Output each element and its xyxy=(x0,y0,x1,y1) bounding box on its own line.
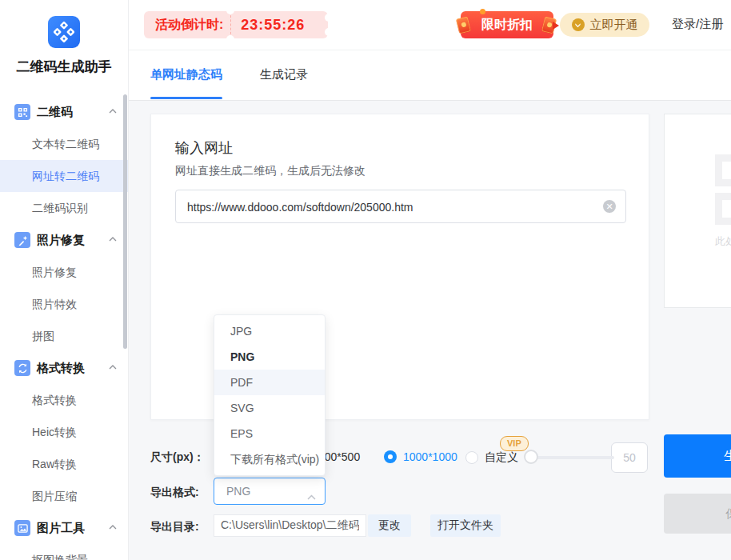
sidebar: 二维码生成助手 二维码文本转二维码网址转二维码二维码识别照片修复照片修复照片特效… xyxy=(0,0,129,560)
qr-preview-card: 此处 xyxy=(664,114,731,308)
sidebar-group-label: 照片修复 xyxy=(37,233,85,248)
url-input[interactable] xyxy=(186,190,597,224)
sidebar-group-label: 图片工具 xyxy=(37,521,85,536)
dropdown-option[interactable]: JPG xyxy=(214,318,325,344)
size-radio[interactable]: 1000*1000 xyxy=(384,450,457,463)
photo-repair-icon xyxy=(14,232,30,248)
sidebar-group-header[interactable]: 二维码 xyxy=(0,96,128,128)
arrow-right-icon xyxy=(553,22,559,30)
chevron-up-icon[interactable] xyxy=(109,523,117,531)
size-row-label: 尺寸(px)： xyxy=(150,450,205,465)
login-register-link[interactable]: 登录/注册 xyxy=(672,17,723,32)
ticket-notch xyxy=(226,35,234,43)
radio-label: 1000*1000 xyxy=(403,450,457,463)
dropdown-option[interactable]: PNG xyxy=(214,344,325,370)
ticket-divider xyxy=(230,11,231,38)
preview-hint: 此处 xyxy=(715,234,731,249)
sidebar-group-label: 二维码 xyxy=(37,105,73,120)
app-logo-icon xyxy=(48,16,80,48)
activate-label: 立即开通 xyxy=(590,18,638,33)
size-slider-handle[interactable] xyxy=(524,450,538,464)
clear-input-icon[interactable]: ✕ xyxy=(603,200,616,213)
discount-label: 限时折扣 xyxy=(481,17,533,34)
save-qr-button: 保存二维码 xyxy=(664,494,731,534)
sidebar-item[interactable]: 文本转二维码 xyxy=(0,128,128,160)
open-folder-button[interactable]: 打开文件夹 xyxy=(430,514,501,537)
chevron-up-icon[interactable] xyxy=(109,107,117,115)
vip-tag: VIP xyxy=(500,436,529,451)
tabbar: 单网址静态码生成记录 xyxy=(128,50,731,101)
dropdown-option[interactable]: 下载所有格式(vip) xyxy=(214,446,325,472)
sidebar-item[interactable]: 照片特效 xyxy=(0,288,128,320)
sidebar-nav: 二维码文本转二维码网址转二维码二维码识别照片修复照片修复照片特效拼图格式转换格式… xyxy=(0,96,128,560)
sidebar-item[interactable]: 照片修复 xyxy=(0,256,128,288)
chevron-up-icon xyxy=(307,489,316,503)
qrcode-icon xyxy=(14,104,30,120)
ticket-notch xyxy=(226,6,234,14)
sidebar-group-label: 格式转换 xyxy=(37,361,85,376)
radio-circle-icon xyxy=(465,451,478,464)
format-dropdown-panel: JPGPNGPDFSVGEPS下载所有格式(vip) xyxy=(214,314,326,476)
qr-placeholder-icon xyxy=(715,154,731,186)
sidebar-item[interactable]: 格式转换 xyxy=(0,384,128,416)
sidebar-item[interactable]: 抠图换背景 xyxy=(0,544,128,560)
format-convert-icon xyxy=(14,360,30,376)
sidebar-group-header[interactable]: 照片修复 xyxy=(0,224,128,256)
export-format-select[interactable]: PNG xyxy=(214,478,326,505)
sidebar-group-header[interactable]: 图片工具 xyxy=(0,512,128,544)
dropdown-option[interactable]: EPS xyxy=(214,421,325,446)
generate-qr-button[interactable]: 生成二维码 xyxy=(664,434,731,478)
change-dir-button[interactable]: 更改 xyxy=(368,514,411,537)
tab-2[interactable]: 生成记录 xyxy=(260,50,308,99)
sidebar-item[interactable]: Raw转换 xyxy=(0,448,128,480)
ticket-notch xyxy=(325,28,333,36)
sidebar-item[interactable]: 图片压缩 xyxy=(0,480,128,512)
image-tools-icon xyxy=(14,520,30,536)
countdown-label: 活动倒计时: xyxy=(144,17,223,34)
sidebar-item[interactable]: Heic转换 xyxy=(0,416,128,448)
dropdown-option[interactable]: PDF xyxy=(214,370,325,395)
chevron-up-icon[interactable] xyxy=(109,235,117,243)
sidebar-scrollbar[interactable] xyxy=(123,94,127,349)
sidebar-item[interactable]: 拼图 xyxy=(0,320,128,352)
sparkle-dot-icon xyxy=(480,9,485,14)
export-dir-label: 导出目录: xyxy=(150,520,199,534)
limited-discount-button[interactable]: 限时折扣 xyxy=(461,11,553,38)
activate-vip-button[interactable]: 立即开通 xyxy=(560,13,649,37)
vip-badge-icon xyxy=(572,18,585,31)
red-envelope-icon xyxy=(456,16,471,34)
qr-placeholder-icon xyxy=(715,193,731,225)
export-format-label: 导出格式: xyxy=(150,486,199,500)
countdown-ticket: 活动倒计时: 23:55:26 xyxy=(144,11,328,38)
radio-label: 自定义 xyxy=(485,450,518,465)
custom-size-input[interactable] xyxy=(611,442,648,473)
ticket-notch xyxy=(325,14,333,22)
countdown-time: 23:55:26 xyxy=(223,17,305,34)
sidebar-group-header[interactable]: 格式转换 xyxy=(0,352,128,384)
panel-subtitle: 网址直接生成二维码，生成后无法修改 xyxy=(175,164,366,178)
size-radio[interactable]: 自定义 xyxy=(465,450,518,465)
topbar: 活动倒计时: 23:55:26 限时折扣 立即开通 登录/注册 xyxy=(128,0,731,50)
chevron-up-icon[interactable] xyxy=(109,363,117,371)
export-format-value: PNG xyxy=(226,485,250,498)
tab-1[interactable]: 单网址静态码 xyxy=(150,50,222,99)
radio-circle-icon xyxy=(384,450,397,463)
size-slider-track[interactable] xyxy=(529,456,614,459)
app-window: 二维码生成助手 二维码文本转二维码网址转二维码二维码识别照片修复照片修复照片特效… xyxy=(0,0,731,560)
sidebar-item[interactable]: 网址转二维码 xyxy=(0,160,128,192)
export-dir-input[interactable] xyxy=(214,514,366,537)
app-title: 二维码生成助手 xyxy=(0,58,128,76)
url-input-box: ✕ xyxy=(175,190,626,223)
sidebar-item[interactable]: 二维码识别 xyxy=(0,192,128,224)
panel-title: 输入网址 xyxy=(175,138,233,158)
dropdown-option[interactable]: SVG xyxy=(214,395,325,421)
